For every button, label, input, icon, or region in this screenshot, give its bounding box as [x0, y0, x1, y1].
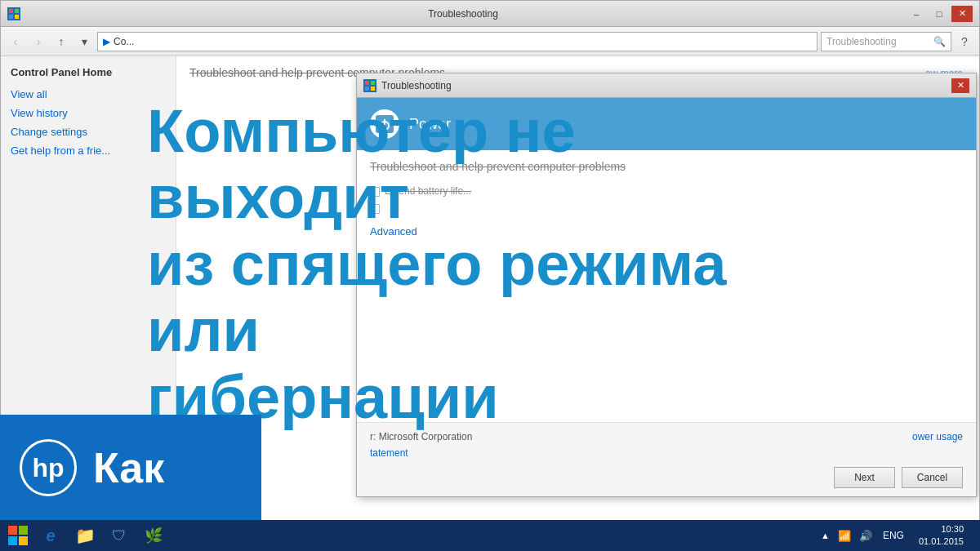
dialog-titlebar: Troubleshooting ✕ — [357, 73, 976, 98]
power-usage-link[interactable]: ower usage — [912, 431, 963, 442]
svg-rect-2 — [9, 15, 13, 19]
svg-rect-3 — [15, 15, 19, 19]
network-icon: 📶 — [835, 528, 853, 544]
taskbar-tray: ▲ 📶 🔊 ENG 10:30 01.01.2015 — [812, 523, 977, 549]
dialog-header-bar: Power — [357, 98, 976, 150]
win-logo-cell-1 — [8, 526, 17, 535]
svg-rect-0 — [9, 9, 13, 13]
row-checkbox-2[interactable] — [370, 204, 380, 214]
window-title: Troubleshooting — [25, 8, 901, 20]
dialog-title-text: Troubleshooting — [381, 80, 947, 91]
dialog-close-button[interactable]: ✕ — [951, 78, 969, 93]
ie-icon: e — [41, 526, 60, 545]
taskbar-app4[interactable]: 🌿 — [137, 522, 170, 549]
up-button[interactable]: ↑ — [51, 32, 71, 51]
tray-arrow-icon[interactable]: ▲ — [818, 529, 832, 542]
clock-time: 10:30 — [919, 523, 964, 535]
hp-branding: hp Как — [0, 415, 261, 521]
volume-icon: 🔊 — [857, 528, 875, 544]
back-button[interactable]: ‹ — [6, 32, 25, 51]
browser-toolbar: ‹ › ↑ ▾ ▶ Co... Troubleshooting 🔍 ? — [1, 27, 979, 56]
taskbar-security[interactable]: 🛡 — [103, 522, 136, 549]
forward-button[interactable]: › — [29, 32, 48, 51]
win-logo-cell-3 — [8, 536, 17, 545]
sidebar-link-view-all[interactable]: View all — [11, 88, 166, 100]
publisher-text: r: Microsoft Corporation — [370, 431, 472, 442]
cancel-button[interactable]: Cancel — [902, 467, 963, 488]
footer-row-privacy: tatement — [370, 447, 963, 459]
folder-icon: 📁 — [75, 526, 95, 545]
address-icon: ▶ — [103, 36, 110, 47]
start-button[interactable] — [3, 522, 33, 549]
dialog-window-icon — [363, 79, 376, 92]
sidebar-title: Control Panel Home — [11, 66, 166, 78]
windows-logo — [8, 526, 28, 545]
svg-rect-1 — [15, 9, 19, 13]
clock-date: 01.01.2015 — [919, 535, 964, 548]
address-text: Co... — [114, 36, 134, 47]
language-indicator[interactable]: ENG — [878, 530, 909, 541]
dialog-footer: r: Microsoft Corporation ower usage tate… — [357, 422, 976, 496]
svg-rect-7 — [371, 87, 375, 91]
taskbar-ie[interactable]: e — [34, 522, 67, 549]
maximize-button[interactable]: □ — [929, 6, 950, 22]
main-content: Troubleshoot and help prevent computer p… — [176, 56, 979, 520]
win-logo-cell-2 — [19, 526, 28, 535]
taskbar-apps: e 📁 🛡 🌿 — [34, 522, 810, 549]
sidebar-link-view-history[interactable]: View history — [11, 107, 166, 119]
row-checkbox-1[interactable] — [370, 187, 380, 197]
dialog-header-title: Power — [409, 116, 451, 133]
browser-titlebar: Troubleshooting – □ ✕ — [1, 1, 979, 27]
power-icon — [370, 109, 399, 139]
row-extend-battery: Extend battery life... — [370, 183, 963, 201]
search-bar[interactable]: Troubleshooting 🔍 — [821, 32, 951, 51]
hp-logo: hp — [20, 439, 77, 496]
win-logo-cell-4 — [19, 536, 28, 545]
close-window-button[interactable]: ✕ — [951, 6, 973, 22]
power-dialog: Troubleshooting ✕ Power — [356, 73, 977, 497]
footer-row-publisher: r: Microsoft Corporation ower usage — [370, 431, 963, 442]
window-controls: – □ ✕ — [906, 6, 973, 22]
hp-logo-text: hp — [32, 453, 64, 483]
recent-button[interactable]: ▾ — [74, 32, 94, 51]
search-icon: 🔍 — [933, 36, 946, 47]
advanced-section: Advanced — [370, 224, 963, 238]
sidebar-link-change-settings[interactable]: Change settings — [11, 126, 166, 138]
footer-buttons: Next Cancel — [370, 467, 963, 488]
app4-icon: 🌿 — [144, 526, 163, 545]
row-blank — [370, 204, 963, 214]
svg-rect-4 — [365, 81, 369, 85]
desktop: Troubleshooting – □ ✕ ‹ › ↑ ▾ ▶ Co... Tr… — [0, 0, 980, 551]
help-button[interactable]: ? — [955, 32, 974, 51]
hp-how-label: Как — [93, 443, 164, 492]
search-text: Troubleshooting — [826, 36, 897, 47]
dialog-content-rows: Extend battery life... — [370, 183, 963, 214]
sidebar-link-get-help[interactable]: Get help from a frie... — [11, 144, 166, 157]
address-bar[interactable]: ▶ Co... — [97, 32, 817, 51]
browser-window-icon — [7, 7, 20, 20]
privacy-link[interactable]: tatement — [370, 447, 408, 459]
system-clock: 10:30 01.01.2015 — [912, 523, 970, 549]
svg-rect-5 — [371, 81, 375, 85]
minimize-button[interactable]: – — [906, 6, 927, 22]
row-text-1: Extend battery life... — [385, 183, 471, 201]
advanced-link[interactable]: Advanced — [370, 225, 417, 238]
dialog-body: Troubleshoot and help prevent computer p… — [357, 150, 976, 422]
taskbar-explorer[interactable]: 📁 — [69, 522, 101, 549]
svg-rect-6 — [365, 87, 369, 91]
security-icon: 🛡 — [109, 526, 129, 545]
dialog-subtitle: Troubleshoot and help prevent computer p… — [370, 160, 963, 173]
next-button[interactable]: Next — [834, 467, 895, 488]
taskbar: e 📁 🛡 🌿 ▲ 📶 🔊 ENG 10:30 01.01.2015 — [0, 520, 980, 551]
